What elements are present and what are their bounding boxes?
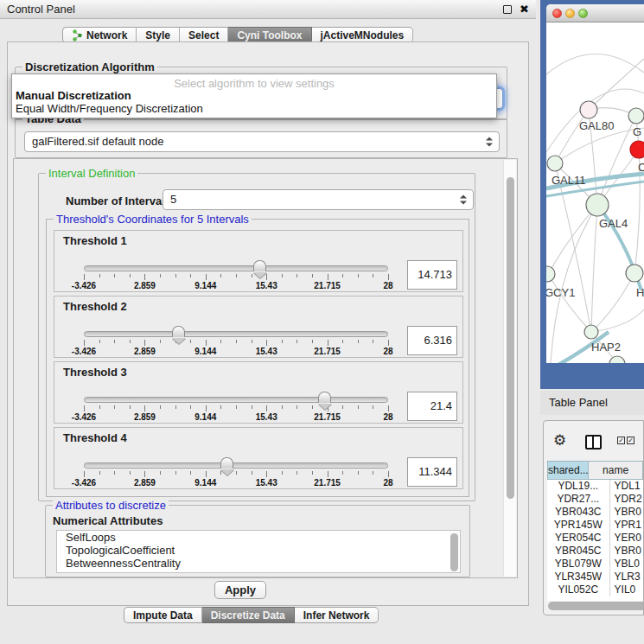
scale-tick-label: 9.144 <box>186 347 226 356</box>
table-row[interactable]: YER054CYER0 <box>547 532 643 545</box>
tab-impute-data[interactable]: Impute Data <box>124 607 202 623</box>
tab-infer-network[interactable]: Infer Network <box>295 607 379 623</box>
threshold-4-slider-thumb[interactable] <box>220 457 233 469</box>
node-table: shared... name YDL19...YDL1 YDR27...YDR2… <box>547 461 643 604</box>
scrollbar-thumb[interactable] <box>450 533 458 571</box>
node-partial-bottom[interactable] <box>609 356 625 363</box>
threshold-2-slider-track[interactable] <box>84 331 388 337</box>
table-row[interactable]: YIL052CYIL0 <box>547 583 643 596</box>
threshold-1-label: Threshold 1 <box>63 234 127 247</box>
threshold-row-4: Threshold 4 11.344 -3.4262.8599.14415.43… <box>54 427 463 489</box>
table-row[interactable]: YLR345WYLR3 <box>547 571 643 583</box>
zoom-traffic-light-icon[interactable] <box>578 9 588 18</box>
scrollbar-thumb[interactable] <box>507 177 514 499</box>
threshold-1-value-field[interactable]: 14.713 <box>407 260 457 290</box>
scale-tick-label: 15.43 <box>246 478 286 488</box>
minimize-traffic-light-icon[interactable] <box>565 9 575 18</box>
column-header-shared-name[interactable]: shared... <box>547 461 589 480</box>
scale-tick-label: 9.144 <box>186 281 226 290</box>
scrollbar-thumb[interactable] <box>548 602 644 610</box>
close-traffic-light-icon[interactable] <box>552 9 562 18</box>
interval-definition-group: Interval Definition Number of Intervals … <box>38 173 475 501</box>
settings-vertical-scrollbar[interactable] <box>503 160 516 577</box>
threshold-3-label: Threshold 3 <box>63 366 127 379</box>
scale-tick-label: 21.715 <box>308 347 348 356</box>
table-panel-titlebar: Table Panel <box>540 391 644 415</box>
scale-tick-label: 28 <box>368 478 408 488</box>
checkbox-icon[interactable]: ✓ <box>627 437 634 444</box>
table-row[interactable]: YDR27...YDR2 <box>547 493 643 506</box>
scale-tick-label: 15.43 <box>246 347 286 356</box>
scale-tick-label: 2.859 <box>124 478 164 488</box>
number-of-intervals-label: Number of Intervals <box>66 194 171 207</box>
scale-tick-label: 28 <box>368 281 408 290</box>
network-canvas[interactable]: GAL80 G C GAL11 GAL4 GCY1 H HAP2 <box>546 22 644 363</box>
float-window-icon[interactable] <box>503 5 512 14</box>
scale-tick-label: 21.715 <box>308 478 348 488</box>
table-data-value: galFiltered.sif default node <box>32 135 163 148</box>
threshold-2-label: Threshold 2 <box>63 300 127 313</box>
table-panel-window: ⚙ ✓ ✓ shared... name YDL19...YDL1 YDR27.… <box>543 420 644 615</box>
popup-item-manual-discretization[interactable]: Manual Discretization <box>16 89 131 102</box>
threshold-2-slider-thumb[interactable] <box>172 326 185 337</box>
table-row[interactable]: YBL079WYBL0 <box>547 558 643 571</box>
table-data-combobox[interactable]: galFiltered.sif default node <box>24 131 500 152</box>
node-gal11[interactable] <box>547 156 563 171</box>
checkbox-icon[interactable]: ✓ <box>617 437 625 444</box>
table-row[interactable]: YPR145WYPR1 <box>547 519 643 532</box>
column-header-name[interactable]: name <box>589 461 643 480</box>
node-gcy1[interactable] <box>546 266 555 282</box>
number-of-intervals-combobox[interactable]: 5 <box>163 189 474 210</box>
threshold-1-slider-track[interactable] <box>84 265 388 271</box>
tab-discretize-data[interactable]: Discretize Data <box>202 607 295 623</box>
popup-item-equal-width-frequency[interactable]: Equal Width/Frequency Discretization <box>16 102 203 115</box>
attributes-list-scrollbar[interactable] <box>450 532 459 571</box>
scale-tick-label: 2.859 <box>124 412 164 422</box>
threshold-2-value-field[interactable]: 6.316 <box>407 326 457 355</box>
node-h[interactable] <box>626 265 643 282</box>
node-gal4[interactable] <box>586 194 609 216</box>
label-g: G <box>633 125 641 138</box>
threshold-row-3: Threshold 3 21.4 -3.4262.8599.14415.4321… <box>54 361 463 424</box>
threshold-3-slider-track[interactable] <box>84 397 388 403</box>
list-item[interactable]: BetweennessCentrality <box>57 557 460 570</box>
label-c: C <box>638 161 644 174</box>
checkbox-filter-icons[interactable]: ✓ ✓ <box>617 437 634 444</box>
threshold-1-slider-thumb[interactable] <box>253 260 266 271</box>
threshold-2-ticks <box>84 340 388 347</box>
attributes-group: Attributes to discretize Numerical Attri… <box>45 505 470 577</box>
gear-icon[interactable]: ⚙ <box>553 433 566 448</box>
table-horizontal-scrollbar[interactable] <box>547 601 643 611</box>
scale-tick-label: 21.715 <box>308 281 348 290</box>
node-gal80[interactable] <box>580 101 597 118</box>
table-row[interactable]: YDL19...YDL1 <box>547 480 643 493</box>
algorithm-dropdown-popup: Select algorithm to view settings Manual… <box>11 73 497 118</box>
node-hap2[interactable] <box>584 325 598 339</box>
node-g[interactable] <box>628 108 644 124</box>
threshold-4-ticks <box>84 471 388 478</box>
list-item[interactable]: SelfLoops <box>57 531 460 544</box>
node-red-selected[interactable] <box>630 141 644 158</box>
tab-network-label: Network <box>86 28 127 43</box>
list-item[interactable]: TopologicalCoefficient <box>57 544 460 557</box>
scale-tick-label: 2.859 <box>124 347 164 356</box>
threshold-4-value-field[interactable]: 11.344 <box>407 457 457 487</box>
scale-tick-label: 21.715 <box>308 412 348 422</box>
scale-tick-label: 28 <box>368 412 408 422</box>
threshold-4-slider-track[interactable] <box>84 462 388 469</box>
close-icon[interactable]: ✖ <box>520 5 529 14</box>
threshold-3-slider-thumb[interactable] <box>318 392 331 403</box>
table-row[interactable]: YBR045CYBR0 <box>547 545 643 558</box>
apply-button[interactable]: Apply <box>214 581 266 599</box>
table-row[interactable]: YBR043CYBR0 <box>547 506 643 519</box>
control-panel: Control Panel ✖ Network Style Select Cyn… <box>0 0 536 644</box>
network-window-titlebar <box>546 4 644 22</box>
interval-definition-label: Interval Definition <box>46 167 137 180</box>
threshold-4-label: Threshold 4 <box>63 431 127 444</box>
threshold-3-value-field[interactable]: 21.4 <box>407 392 457 421</box>
algorithm-group-label: Discretization Algorithm <box>22 61 157 73</box>
column-selector-icon[interactable] <box>585 435 602 450</box>
attributes-list[interactable]: SelfLoops TopologicalCoefficient Between… <box>56 530 461 573</box>
label-hap2: HAP2 <box>591 341 621 354</box>
table-header-row: shared... name <box>547 461 643 480</box>
